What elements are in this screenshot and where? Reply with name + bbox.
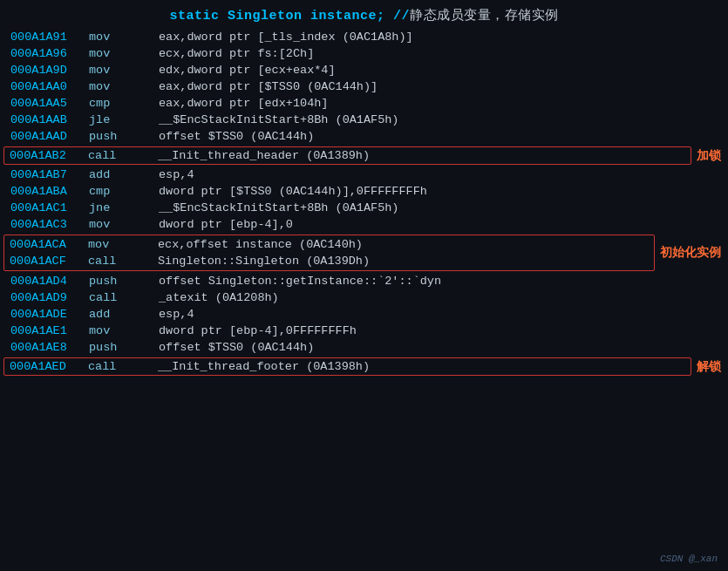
asm-row: 000A1AC3movdword ptr [ebp-4],0 [0, 216, 728, 233]
row-inner: 000A1A96movecx,dword ptr fs:[2Ch] [0, 45, 728, 62]
addr: 000A1AC1 [10, 201, 89, 214]
operands: _atexit (0A1208h) [159, 291, 718, 304]
row-inner: 000A1ADEaddesp,4 [0, 306, 728, 323]
mnemonic: push [89, 341, 159, 354]
asm-row: 000A1AB2call__Init_thread_header (0A1389… [0, 145, 728, 167]
mnemonic: add [89, 168, 159, 181]
row-inner: 000A1AA5cmpeax,dword ptr [edx+104h] [0, 95, 728, 112]
mnemonic: mov [89, 47, 159, 60]
row-inner: 000A1AB7addesp,4 [0, 167, 728, 183]
addr: 000A1ACF [10, 255, 88, 268]
addr: 000A1AD9 [10, 291, 89, 304]
mnemonic: mov [89, 80, 159, 93]
operands: __$EncStackInitStart+8Bh (0A1AF5h) [159, 201, 718, 214]
row-inner: 000A1A9Dmovedx,dword ptr [ecx+eax*4] [0, 62, 728, 78]
asm-row: 000A1ABAcmpdword ptr [$TSS0 (0AC144h)],0… [0, 183, 728, 200]
addr: 000A1AC3 [10, 218, 89, 231]
asm-row: 000A1ADEaddesp,4 [0, 306, 728, 323]
mnemonic: mov [89, 64, 159, 77]
operands: eax,dword ptr [_tls_index (0AC1A8h)] [159, 31, 718, 44]
mnemonic: call [88, 255, 158, 268]
row-inner: 000A1A91moveax,dword ptr [_tls_index (0A… [0, 29, 728, 45]
asm-row: 000A1A9Dmovedx,dword ptr [ecx+eax*4] [0, 62, 728, 78]
title-code: static Singleton instance; // [169, 9, 410, 24]
mnemonic: jne [89, 201, 159, 214]
row-inner: 000A1AA0moveax,dword ptr [$TSS0 (0AC144h… [0, 78, 728, 95]
mnemonic: jle [89, 113, 159, 126]
mnemonic: push [89, 275, 159, 288]
operands: offset $TSS0 (0AC144h) [159, 130, 718, 143]
addr: 000A1AAD [10, 130, 89, 143]
asm-row: 000A1AADpushoffset $TSS0 (0AC144h) [0, 128, 728, 145]
row-inner: 000A1AADpushoffset $TSS0 (0AC144h) [0, 128, 728, 145]
mnemonic: cmp [89, 185, 159, 198]
operands: Singleton::Singleton (0A139Dh) [158, 255, 649, 268]
operands: __Init_thread_header (0A1389h) [158, 149, 685, 162]
addr: 000A1A96 [10, 47, 89, 60]
asm-row: 000A1AA0moveax,dword ptr [$TSS0 (0AC144h… [0, 78, 728, 95]
addr: 000A1AA0 [10, 80, 89, 93]
boxed-row: 000A1AB2call__Init_thread_header (0A1389… [3, 146, 691, 165]
row-inner: 000A1AE8pushoffset $TSS0 (0AC144h) [0, 339, 728, 356]
mnemonic: mov [89, 31, 159, 44]
addr: 000A1AE8 [10, 341, 89, 354]
watermark: CSDN @_xan [660, 554, 718, 564]
addr: 000A1AAB [10, 113, 89, 126]
asm-row: 000A1AA5cmpeax,dword ptr [edx+104h] [0, 95, 728, 112]
addr: 000A1ABA [10, 185, 89, 198]
operands: edx,dword ptr [ecx+eax*4] [159, 64, 718, 77]
annotation-init: 初始化实例 [660, 245, 721, 261]
addr: 000A1AB7 [10, 168, 89, 181]
asm-row: 000A1AC1jne__$EncStackInitStart+8Bh (0A1… [0, 200, 728, 216]
operands: offset Singleton::getInstance::`2'::`dyn [159, 275, 718, 288]
mnemonic: mov [89, 218, 159, 231]
asm-row: 000A1AE8pushoffset $TSS0 (0AC144h) [0, 339, 728, 356]
row-inner: 000A1AC3movdword ptr [ebp-4],0 [0, 216, 728, 233]
addr: 000A1A91 [10, 31, 89, 44]
mnemonic: call [89, 291, 159, 304]
boxed-row: 000A1AEDcall__Init_thread_footer (0A1398… [3, 357, 691, 376]
row-inner: 000A1AD4pushoffset Singleton::getInstanc… [0, 273, 728, 289]
operands: eax,dword ptr [$TSS0 (0AC144h)] [159, 80, 718, 93]
operands: esp,4 [159, 168, 718, 181]
row-inner: 000A1AE1movdword ptr [ebp-4],0FFFFFFFFh [0, 323, 728, 339]
mnemonic: call [88, 360, 158, 373]
asm-row: 000A1A96movecx,dword ptr fs:[2Ch] [0, 45, 728, 62]
mnemonic: push [89, 130, 159, 143]
asm-row: 000A1AEDcall__Init_thread_footer (0A1398… [0, 356, 728, 377]
operands: dword ptr [ebp-4],0 [159, 218, 718, 231]
operands: ecx,offset instance (0AC140h) [158, 238, 649, 251]
row-inner: 000A1AABjle__$EncStackInitStart+8Bh (0A1… [0, 112, 728, 128]
asm-row: 000A1AE1movdword ptr [ebp-4],0FFFFFFFFh [0, 323, 728, 339]
mnemonic: add [89, 308, 159, 321]
mnemonic: mov [89, 324, 159, 337]
mnemonic: call [88, 149, 158, 162]
asm-row: 000A1AD9call_atexit (0A1208h) [0, 289, 728, 306]
operands: __Init_thread_footer (0A1398h) [158, 360, 685, 373]
operands: dword ptr [$TSS0 (0AC144h)],0FFFFFFFFh [159, 185, 718, 198]
addr: 000A1A9D [10, 64, 89, 77]
addr: 000A1AD4 [10, 275, 89, 288]
mnemonic: mov [88, 238, 158, 251]
asm-row: 000A1AB7addesp,4 [0, 167, 728, 183]
operands: ecx,dword ptr fs:[2Ch] [159, 47, 718, 60]
operands: eax,dword ptr [edx+104h] [159, 97, 718, 110]
addr: 000A1AB2 [10, 149, 88, 162]
annotation-000A1AB2: 加锁 [697, 148, 721, 164]
addr: 000A1ADE [10, 308, 89, 321]
addr: 000A1AE1 [10, 324, 89, 337]
addr: 000A1AA5 [10, 97, 89, 110]
operands: esp,4 [159, 308, 718, 321]
mnemonic: cmp [89, 97, 159, 110]
asm-row: 000A1AD4pushoffset Singleton::getInstanc… [0, 273, 728, 289]
boxed-group-init: 000A1ACAmovecx,offset instance (0AC140h)… [0, 233, 728, 273]
addr: 000A1ACA [10, 238, 88, 251]
operands: dword ptr [ebp-4],0FFFFFFFFh [159, 324, 718, 337]
addr: 000A1AED [10, 360, 88, 373]
title-comment: 静态成员变量，存储实例 [410, 9, 559, 24]
asm-row: 000A1AABjle__$EncStackInitStart+8Bh (0A1… [0, 112, 728, 128]
row-inner: 000A1AC1jne__$EncStackInitStart+8Bh (0A1… [0, 200, 728, 216]
annotation-000A1AED: 解锁 [697, 359, 721, 375]
row-inner: 000A1AD9call_atexit (0A1208h) [0, 289, 728, 306]
operands: offset $TSS0 (0AC144h) [159, 341, 718, 354]
